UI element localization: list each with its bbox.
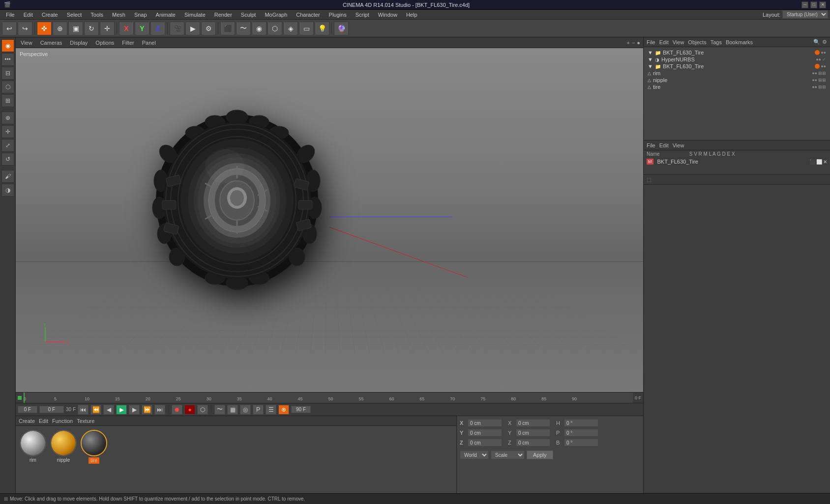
timeline-button[interactable]: ▦ [227,405,238,415]
menu-create[interactable]: Create [38,11,62,19]
powerslider-button[interactable]: P [253,405,264,415]
vp-menu-options[interactable]: Options [93,40,116,46]
mode-uvw[interactable]: ⊞ [1,94,14,107]
menu-snap[interactable]: Snap [130,11,151,19]
playback-start-input[interactable] [39,406,64,413]
menu-window[interactable]: Window [374,11,401,19]
material-rim-swatch[interactable]: rim [20,430,46,463]
vp-menu-view[interactable]: View [19,40,34,46]
attr-menu-view[interactable]: View [673,142,684,148]
obj-row-tire-mesh[interactable]: △ tire ●● ⊞⊞ [646,84,828,90]
transform-type-dropdown[interactable]: Scale Absolute [491,450,525,459]
light-button[interactable]: 💡 [315,22,329,35]
current-frame-input[interactable] [18,406,37,413]
obj-menu-objects[interactable]: Objects [688,39,706,45]
render-settings-button[interactable]: ⚙ [201,22,216,35]
nurbs-button[interactable]: ◉ [252,22,267,35]
menu-mograph[interactable]: MoGraph [261,11,291,19]
close-button[interactable]: ✕ [819,1,826,8]
h-rot-input[interactable] [564,419,598,427]
minimize-button[interactable]: ─ [801,1,808,8]
tool-live-select[interactable]: ⊕ [1,112,14,124]
menu-help[interactable]: Help [402,11,421,19]
prev-key-button[interactable]: ◀ [103,405,114,415]
render-viewport-button[interactable]: 🔮 [334,22,349,35]
motion-button[interactable]: ◎ [240,405,251,415]
render-frame-button[interactable]: 🎥 [170,22,184,35]
obj-menu-tags[interactable]: Tags [711,39,722,45]
vp-menu-filter[interactable]: Filter [120,40,136,46]
attr-icon-x[interactable]: ✕ [823,159,827,165]
vp-menu-panel[interactable]: Panel [140,40,158,46]
move-tool-button[interactable]: ⊕ [53,22,67,35]
menu-simulate[interactable]: Simulate [180,11,209,19]
prev-frame-button[interactable]: ⏮ [78,405,89,415]
transform-button[interactable]: ✛ [100,22,115,35]
y-position-input[interactable] [468,429,502,437]
render-to-picture-button[interactable]: ▶ [185,22,200,35]
menu-select[interactable]: Select [63,11,86,19]
menu-tools[interactable]: Tools [87,11,107,19]
viewport-icon-dot[interactable]: ● [637,40,640,46]
apply-button[interactable]: Apply [527,450,553,459]
obj-row-nipple[interactable]: △ nipple ●● ⊞⊞ [646,77,828,84]
attr-icon-2[interactable]: ⬜ [816,159,822,165]
vp-menu-display[interactable]: Display [68,40,89,46]
attr-bkt-row[interactable]: M BKT_FL630_Tire ⬛ ⬜ ✕ [644,158,830,166]
scale-tool-button[interactable]: ▣ [68,22,83,35]
tool-paint[interactable]: 🖌 [1,170,14,183]
rotate-tool-button[interactable]: ↻ [84,22,99,35]
z-size-input[interactable] [516,439,550,447]
effector-button[interactable]: ◈ [283,22,298,35]
mat-menu-texture[interactable]: Texture [77,418,94,424]
ff-button[interactable]: ⏩ [142,405,152,415]
timeline-ruler[interactable]: 0 5 10 15 20 25 30 35 40 45 50 55 60 65 [24,392,633,403]
vp-menu-cameras[interactable]: Cameras [38,40,64,46]
menu-character[interactable]: Character [292,11,324,19]
obj-settings-icon[interactable]: ⚙ [822,39,827,45]
menu-mesh[interactable]: Mesh [108,11,129,19]
material-nipple-swatch[interactable]: nipple [50,430,77,463]
layer-button[interactable]: ☰ [266,405,276,415]
y-size-input[interactable] [516,429,550,437]
menu-render[interactable]: Render [210,11,236,19]
viewport-icon-minus[interactable]: − [632,40,635,46]
mode-points[interactable]: ••• [1,53,14,66]
x-size-input[interactable] [516,419,550,427]
obj-menu-view[interactable]: View [673,39,684,45]
coord-system-dropdown[interactable]: World Object [460,450,489,459]
deformer-button[interactable]: ⬡ [267,22,282,35]
mat-menu-function[interactable]: Function [52,418,73,424]
obj-menu-edit[interactable]: Edit [659,39,669,45]
auto-key-button[interactable]: ● [184,405,195,415]
fcurve-button[interactable]: 〜 [214,405,225,415]
menu-script[interactable]: Script [352,11,373,19]
snap-button[interactable]: ⊕ [278,405,289,415]
z-position-input[interactable] [468,439,502,447]
mat-menu-edit[interactable]: Edit [39,418,48,424]
undo-button[interactable]: ↩ [2,22,17,35]
menu-file[interactable]: File [2,11,19,19]
y-axis-button[interactable]: Y [135,22,149,35]
record-button[interactable]: ⏺ [172,405,182,415]
spline-button[interactable]: 〜 [236,22,251,35]
obj-row-tire-child[interactable]: ▼ 📁 BKT_FL630_Tire ●● [646,63,828,70]
obj-search-icon[interactable]: 🔍 [813,39,820,45]
camera-button[interactable]: ▭ [299,22,314,35]
tool-rotate[interactable]: ↺ [1,153,14,166]
tool-move[interactable]: ✛ [1,125,14,138]
select-tool-button[interactable]: ✜ [37,22,52,35]
menu-animate[interactable]: Animate [152,11,179,19]
attr-menu-edit[interactable]: Edit [659,142,669,148]
menu-plugins[interactable]: Plugins [325,11,351,19]
viewport-canvas[interactable]: Perspective [16,48,643,392]
obj-row-rim[interactable]: △ rim ●● ⊞⊞ [646,70,828,77]
mode-object[interactable]: ◉ [1,39,14,52]
redo-button[interactable]: ↪ [18,22,32,35]
cube-button[interactable]: ⬛ [220,22,235,35]
menu-edit[interactable]: Edit [20,11,37,19]
z-axis-button[interactable]: Z [150,22,165,35]
mat-menu-create[interactable]: Create [19,418,35,424]
x-axis-button[interactable]: X [119,22,134,35]
mode-edges[interactable]: ⊟ [1,67,14,80]
